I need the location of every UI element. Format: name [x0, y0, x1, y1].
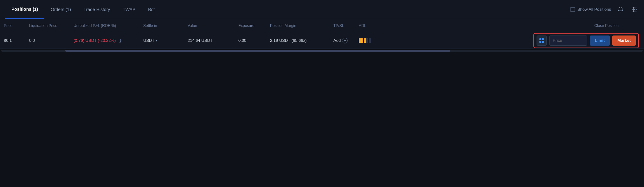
show-all-positions-checkbox[interactable]: [570, 7, 575, 12]
settings-icon[interactable]: [630, 5, 639, 14]
market-button[interactable]: Market: [612, 35, 636, 46]
settle-dropdown[interactable]: USDT ▾: [143, 38, 180, 43]
cell-close-position: Limit Market: [380, 33, 644, 48]
tab-positions[interactable]: Positions (1): [5, 0, 44, 19]
adl-bar-4: [366, 38, 368, 43]
svg-point-6: [633, 10, 634, 11]
adl-bar-5: [369, 38, 371, 43]
cell-price: 80.1: [0, 38, 25, 43]
scrollbar-thumb[interactable]: [65, 50, 450, 52]
tab-twap[interactable]: TWAP: [116, 0, 142, 19]
col-header-exposure: Exposure: [235, 23, 266, 28]
tab-orders[interactable]: Orders (1): [44, 0, 77, 19]
cell-exposure: 0.00: [235, 38, 266, 43]
close-position-box: Limit Market: [533, 33, 639, 48]
col-header-value: Value: [184, 23, 235, 28]
tab-trade-history[interactable]: Trade History: [77, 0, 117, 19]
nav-right: Show All Positions: [570, 5, 639, 14]
grid-view-icon-button[interactable]: [537, 35, 547, 46]
svg-rect-7: [539, 38, 541, 40]
adl-bar-3: [364, 38, 366, 43]
adl-bar-2: [361, 38, 363, 43]
table-row: 80.1 0.0 (0.76) USDT (-23.22%) ❯ USDT ▾ …: [0, 32, 644, 49]
adl-bar-1: [359, 38, 361, 43]
col-header-settle: Settle in: [139, 23, 184, 28]
cell-pos-margin: 2.19 USDT (65.66x): [266, 38, 330, 43]
cell-liq-price: 0.0: [25, 38, 70, 43]
cell-settle[interactable]: USDT ▾: [139, 38, 184, 43]
svg-rect-10: [542, 41, 544, 43]
cell-unrealized: (0.76) USDT (-23.22%) ❯: [70, 38, 139, 43]
cell-adl: [355, 38, 380, 43]
scrollbar-track: [1, 50, 643, 52]
col-header-adl: ADL: [355, 23, 380, 28]
close-price-input[interactable]: [549, 35, 587, 46]
limit-button[interactable]: Limit: [590, 35, 610, 46]
horizontal-scrollbar[interactable]: [0, 49, 644, 53]
col-header-liq-price: Liquidation Price: [25, 23, 70, 28]
svg-rect-9: [539, 41, 541, 43]
svg-point-5: [635, 9, 636, 10]
add-tpsl-button[interactable]: Add +: [333, 38, 351, 43]
nav-tabs: Positions (1) Orders (1) Trade History T…: [5, 0, 161, 19]
col-header-pos-margin: Position Margin: [266, 23, 330, 28]
col-header-price: Price: [0, 23, 25, 28]
svg-rect-8: [542, 38, 544, 40]
top-nav: Positions (1) Orders (1) Trade History T…: [0, 0, 644, 19]
show-all-positions-toggle[interactable]: Show All Positions: [570, 7, 611, 12]
notification-icon[interactable]: [616, 5, 625, 14]
settle-chevron-icon: ▾: [156, 39, 157, 42]
adl-bars: [359, 38, 377, 43]
add-circle-icon: +: [342, 38, 348, 43]
cell-value: 214.64 USDT: [184, 38, 235, 43]
share-icon[interactable]: ❯: [119, 38, 122, 43]
col-header-unrealized: Unrealized P&L (ROE %): [70, 23, 139, 28]
cell-tpsl[interactable]: Add +: [330, 38, 355, 43]
tab-bot[interactable]: Bot: [142, 0, 161, 19]
svg-point-4: [633, 7, 634, 8]
col-header-tpsl: TP/SL: [330, 23, 355, 28]
table-header: Price Liquidation Price Unrealized P&L (…: [0, 19, 644, 32]
col-header-close: Close Position: [380, 23, 644, 28]
